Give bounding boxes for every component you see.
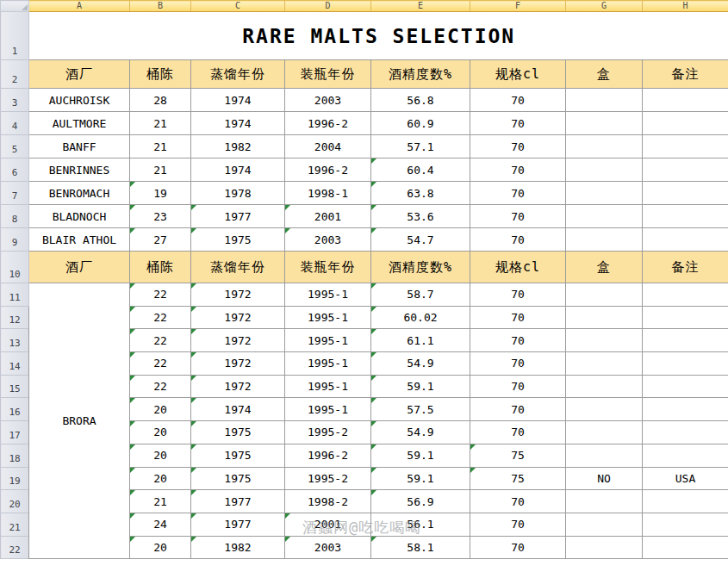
cell-C20[interactable]: 1977: [191, 490, 285, 513]
cell-F18[interactable]: 75: [470, 444, 566, 467]
cell-G12[interactable]: [566, 306, 643, 329]
cell-E3[interactable]: 56.8: [371, 89, 470, 112]
cell-E11[interactable]: 58.7: [371, 283, 470, 307]
cell-D4[interactable]: 1996-2: [285, 112, 371, 135]
cell-C8[interactable]: 1977: [191, 205, 285, 228]
cell-C2-header[interactable]: 蒸馏年份: [191, 60, 285, 89]
cell-G14[interactable]: [566, 352, 643, 376]
column-header-B[interactable]: B: [130, 1, 191, 12]
cell-A10-header[interactable]: 酒厂: [29, 252, 130, 283]
cell-F16[interactable]: 70: [470, 398, 566, 421]
cell-E17[interactable]: 54.9: [371, 421, 470, 444]
cell-D17[interactable]: 1995-2: [285, 421, 371, 444]
row-header-3[interactable]: 3: [1, 89, 29, 112]
cell-E14[interactable]: 54.9: [371, 352, 470, 376]
cell-H17[interactable]: [643, 421, 728, 444]
cell-E19[interactable]: 59.1: [371, 467, 470, 490]
cell-B14[interactable]: 22: [130, 352, 191, 376]
cell-B21[interactable]: 24: [130, 513, 191, 536]
row-header-9[interactable]: 9: [1, 228, 29, 252]
row-header-1[interactable]: 1: [1, 12, 29, 60]
cell-G21[interactable]: [566, 513, 643, 536]
cell-G5[interactable]: [566, 135, 643, 158]
cell-G13[interactable]: [566, 329, 643, 352]
cell-F3[interactable]: 70: [470, 89, 566, 112]
cell-H3[interactable]: [643, 89, 728, 112]
row-header-20[interactable]: 20: [1, 490, 29, 513]
cell-E9[interactable]: 54.7: [371, 228, 470, 252]
cell-F14[interactable]: 70: [470, 352, 566, 376]
cell-C4[interactable]: 1974: [191, 112, 285, 135]
cell-B15[interactable]: 22: [130, 375, 191, 398]
cell-D2-header[interactable]: 装瓶年份: [285, 60, 371, 89]
cell-B11[interactable]: 22: [130, 283, 191, 307]
cell-E21[interactable]: 56.1: [371, 513, 470, 536]
column-header-D[interactable]: D: [285, 1, 371, 12]
cell-C13[interactable]: 1972: [191, 329, 285, 352]
row-header-11[interactable]: 11: [1, 283, 29, 307]
cell-G6[interactable]: [566, 158, 643, 182]
column-header-E[interactable]: E: [371, 1, 470, 12]
cell-B4[interactable]: 21: [130, 112, 191, 135]
cell-H16[interactable]: [643, 398, 728, 421]
column-header-F[interactable]: F: [470, 1, 566, 12]
cell-F8[interactable]: 70: [470, 205, 566, 228]
cell-F2-header[interactable]: 规格cl: [470, 60, 566, 89]
cell-B5[interactable]: 21: [130, 135, 191, 158]
cell-G8[interactable]: [566, 205, 643, 228]
row-header-15[interactable]: 15: [1, 375, 29, 398]
cell-B17[interactable]: 20: [130, 421, 191, 444]
cell-H10-header[interactable]: 备注: [643, 252, 728, 283]
cell-C22[interactable]: 1982: [191, 536, 285, 559]
cell-C21[interactable]: 1977: [191, 513, 285, 536]
cell-F15[interactable]: 70: [470, 375, 566, 398]
cell-C7[interactable]: 1978: [191, 182, 285, 205]
cell-E8[interactable]: 53.6: [371, 205, 470, 228]
cell-B3[interactable]: 28: [130, 89, 191, 112]
cell-H5[interactable]: [643, 135, 728, 158]
row-header-22[interactable]: 22: [1, 536, 29, 559]
cell-H14[interactable]: [643, 352, 728, 376]
cell-E4[interactable]: 60.9: [371, 112, 470, 135]
cell-E7[interactable]: 63.8: [371, 182, 470, 205]
select-all-corner[interactable]: [1, 1, 29, 12]
cell-F21[interactable]: 70: [470, 513, 566, 536]
row-header-13[interactable]: 13: [1, 329, 29, 352]
column-header-C[interactable]: C: [191, 1, 285, 12]
cell-C15[interactable]: 1972: [191, 375, 285, 398]
cell-A4-distillery[interactable]: AULTMORE: [29, 112, 130, 135]
cell-F20[interactable]: 70: [470, 490, 566, 513]
cell-B19[interactable]: 20: [130, 467, 191, 490]
row-header-2[interactable]: 2: [1, 60, 29, 89]
cell-A5-distillery[interactable]: BANFF: [29, 135, 130, 158]
cell-F4[interactable]: 70: [470, 112, 566, 135]
cell-G11[interactable]: [566, 283, 643, 307]
row-header-4[interactable]: 4: [1, 112, 29, 135]
cell-F22[interactable]: 70: [470, 536, 566, 559]
row-header-19[interactable]: 19: [1, 467, 29, 490]
cell-G22[interactable]: [566, 536, 643, 559]
row-header-18[interactable]: 18: [1, 444, 29, 467]
cell-C10-header[interactable]: 蒸馏年份: [191, 252, 285, 283]
cell-H4[interactable]: [643, 112, 728, 135]
cell-C12[interactable]: 1972: [191, 306, 285, 329]
cell-A2-header[interactable]: 酒厂: [29, 60, 130, 89]
cell-G19[interactable]: NO: [566, 467, 643, 490]
cell-G9[interactable]: [566, 228, 643, 252]
cell-A6-distillery[interactable]: BENRINNES: [29, 158, 130, 182]
cell-G7[interactable]: [566, 182, 643, 205]
cell-E12[interactable]: 60.02: [371, 306, 470, 329]
cell-B9[interactable]: 27: [130, 228, 191, 252]
column-header-H[interactable]: H: [643, 1, 728, 12]
cell-B12[interactable]: 22: [130, 306, 191, 329]
cell-G10-header[interactable]: 盒: [566, 252, 643, 283]
cell-C16[interactable]: 1974: [191, 398, 285, 421]
cell-title[interactable]: RARE MALTS SELECTION: [29, 12, 728, 60]
cell-E18[interactable]: 59.1: [371, 444, 470, 467]
cell-G16[interactable]: [566, 398, 643, 421]
cell-D9[interactable]: 2003: [285, 228, 371, 252]
cell-E10-header[interactable]: 酒精度数%: [371, 252, 470, 283]
cell-F12[interactable]: 70: [470, 306, 566, 329]
cell-C6[interactable]: 1974: [191, 158, 285, 182]
cell-D12[interactable]: 1995-1: [285, 306, 371, 329]
